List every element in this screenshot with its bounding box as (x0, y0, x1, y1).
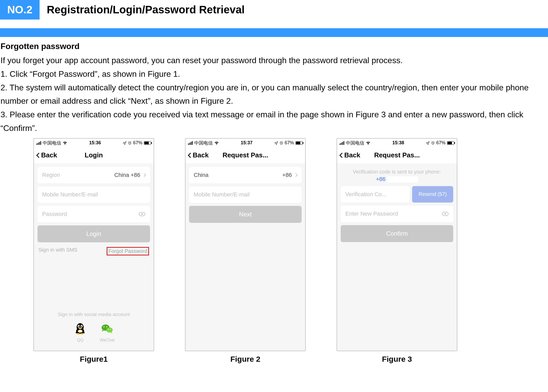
figure-1-column: 中国电信 15:36 67% Back Login (33, 138, 154, 364)
status-time: 15:37 (241, 140, 253, 146)
figure-3-caption: Figure 3 (382, 355, 412, 364)
nav-bar: Back Request Pas... (337, 147, 457, 163)
country-name: China (194, 172, 208, 178)
phone-body: China +86 Mobile Number/E-mail Next (185, 163, 305, 351)
password-field[interactable]: Password (38, 206, 150, 222)
eye-icon[interactable] (139, 212, 145, 216)
mobile-placeholder: Mobile Number/E-mail (42, 191, 98, 198)
wifi-icon (63, 141, 67, 145)
next-label: Next (239, 211, 252, 218)
nav-title: Request Pas... (222, 151, 268, 159)
links-row: Sign in with SMS Forgot Password (38, 246, 150, 256)
carrier-label: 中国电信 (194, 140, 213, 146)
battery-percent: 67% (285, 140, 294, 146)
country-field[interactable]: China +86 (189, 167, 302, 183)
social-title: Sign in with social media account (38, 312, 150, 317)
qq-label: QQ (77, 338, 83, 342)
figure-2-caption: Figure 2 (230, 355, 261, 364)
status-bar: 中国电信 15:38 67% (337, 139, 457, 147)
confirm-button[interactable]: Confirm (341, 225, 453, 242)
login-label: Login (86, 230, 101, 237)
back-button[interactable]: Back (189, 151, 209, 159)
svg-point-9 (77, 333, 80, 334)
svg-point-12 (104, 326, 105, 327)
battery-icon (144, 141, 151, 145)
back-button[interactable]: Back (37, 151, 57, 159)
forgot-password-link[interactable]: Forgot Password (107, 247, 149, 255)
signal-icon (36, 141, 41, 145)
chevron-left-icon (188, 153, 193, 158)
chevron-left-icon (36, 153, 41, 158)
status-bar: 中国电信 15:36 67% (34, 139, 154, 147)
wechat-label: WeChat (100, 338, 115, 342)
subheading: Forgotten password (1, 42, 547, 51)
back-label: Back (193, 151, 209, 159)
signal-icon (340, 141, 344, 145)
location-icon (274, 141, 278, 145)
back-label: Back (344, 151, 360, 159)
wifi-icon (214, 141, 219, 145)
password-placeholder: Password (42, 211, 67, 217)
chevron-right-icon (142, 173, 146, 177)
svg-point-10 (80, 333, 84, 334)
login-button[interactable]: Login (38, 225, 150, 242)
battery-icon (447, 141, 454, 145)
resend-label: Resend (57) (419, 191, 447, 197)
phone-figure-1: 中国电信 15:36 67% Back Login (33, 138, 154, 351)
qq-icon (73, 321, 87, 336)
eye-icon[interactable] (442, 212, 449, 216)
paragraph-intro: If you forget your app account password,… (1, 54, 547, 67)
back-button[interactable]: Back (340, 151, 360, 159)
verification-code-field[interactable]: Verification Co... (341, 186, 410, 203)
qq-login[interactable]: QQ (73, 321, 87, 342)
status-time: 15:36 (89, 140, 101, 146)
verification-row: Verification Co... Resend (57) (341, 186, 453, 203)
signal-icon (188, 141, 193, 145)
svg-point-14 (106, 327, 113, 332)
svg-point-15 (108, 329, 109, 330)
nav-title: Login (85, 151, 103, 159)
wechat-login[interactable]: WeChat (100, 321, 115, 342)
alarm-icon (431, 141, 435, 145)
figures-row: 中国电信 15:36 67% Back Login (0, 135, 548, 364)
status-time: 15:38 (392, 140, 404, 146)
region-label: Region (42, 172, 60, 178)
phone-figure-3: 中国电信 15:38 67% Back Request Pas... (337, 138, 457, 351)
section-title: Registration/Login/Password Retrieval (47, 4, 245, 16)
region-value: China +86 (114, 172, 140, 178)
chevron-right-icon (294, 173, 298, 177)
nav-bar: Back Login (34, 147, 154, 163)
wifi-icon (366, 141, 370, 145)
step-1: 1. Click “Forgot Password”, as shown in … (1, 67, 547, 81)
mobile-email-field[interactable]: Mobile Number/E-mail (189, 186, 302, 203)
svg-point-5 (79, 326, 80, 327)
back-label: Back (41, 151, 57, 159)
figure-2-column: 中国电信 15:37 67% Back Request Pas... (185, 138, 306, 364)
carrier-label: 中国电信 (346, 140, 364, 146)
divider-bar (0, 28, 548, 37)
mobile-email-field[interactable]: Mobile Number/E-mail (38, 186, 150, 203)
location-icon (426, 141, 430, 145)
country-code: +86 (282, 172, 292, 178)
carrier-label: 中国电信 (43, 140, 61, 146)
location-icon (123, 141, 126, 145)
figure-1-caption: Figure1 (80, 355, 108, 364)
chevron-left-icon (339, 153, 345, 158)
region-field[interactable]: Region China +86 (38, 167, 150, 183)
step-3: 3. Please enter the verification code yo… (1, 108, 547, 135)
alarm-icon (280, 141, 283, 145)
resend-button[interactable]: Resend (57) (412, 186, 453, 203)
status-bar: 中国电信 15:37 67% (185, 139, 305, 147)
phone-body: Region China +86 Mobile Number/E-mail Pa… (34, 163, 154, 351)
nav-bar: Back Request Pas... (185, 147, 305, 163)
section-badge: NO.2 (0, 0, 40, 20)
social-section: Sign in with social media account (38, 312, 150, 347)
sent-number-prefix: +86 (376, 176, 385, 182)
next-button[interactable]: Next (189, 206, 302, 223)
sms-signin-link[interactable]: Sign in with SMS (39, 247, 77, 255)
new-password-field[interactable]: Enter New Password (341, 206, 453, 222)
new-password-placeholder: Enter New Password (345, 211, 398, 217)
phone-body: Verification code is sent to your phone:… (337, 163, 457, 351)
section-header: NO.2 Registration/Login/Password Retriev… (0, 0, 548, 22)
phone-figure-2: 中国电信 15:37 67% Back Request Pas... (185, 138, 306, 351)
